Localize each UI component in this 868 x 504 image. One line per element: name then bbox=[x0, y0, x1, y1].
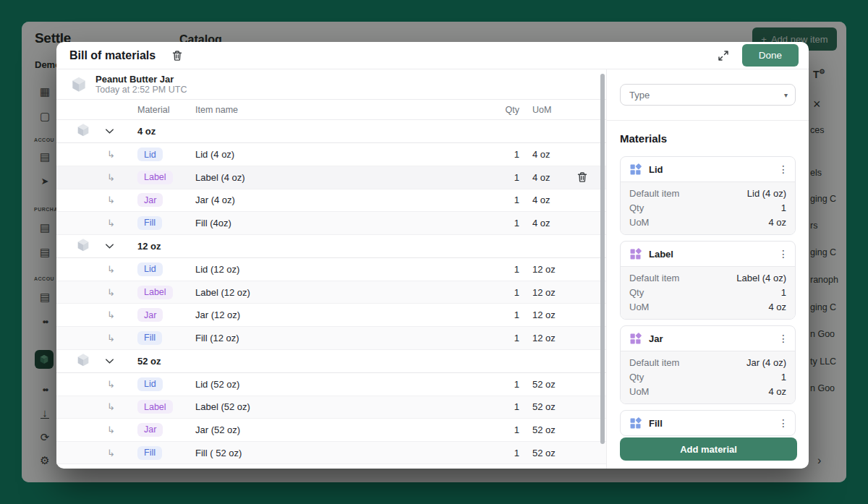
item-name-cell: Label (12 oz) bbox=[195, 287, 476, 298]
item-name-cell: Jar (12 oz) bbox=[195, 309, 476, 320]
sub-item-arrow-icon: ↳ bbox=[98, 424, 137, 435]
table-row[interactable]: ↳ Jar Jar (12 oz) 1 12 oz bbox=[56, 304, 606, 327]
type-select-label: Type bbox=[629, 90, 650, 101]
uom-cell: 4 oz bbox=[519, 172, 569, 183]
bom-table-area: Peanut Butter Jar Today at 2:52 PM UTC M… bbox=[56, 69, 606, 469]
material-badge[interactable]: Label bbox=[137, 286, 173, 299]
material-badge[interactable]: Jar bbox=[137, 423, 163, 437]
collapse-chevron-icon[interactable] bbox=[98, 241, 137, 252]
kebab-menu-icon[interactable]: ⋮ bbox=[778, 163, 788, 175]
group-name: 52 oz bbox=[137, 356, 195, 367]
material-badge[interactable]: Label bbox=[137, 171, 173, 184]
item-name-cell: Label (52 oz) bbox=[195, 401, 476, 412]
table-row[interactable]: ↳ Jar Jar (4 oz) 1 4 oz bbox=[56, 189, 606, 213]
type-select[interactable]: Type ▾ bbox=[620, 84, 796, 106]
sub-item-arrow-icon: ↳ bbox=[98, 448, 137, 458]
material-card-name: Label bbox=[649, 249, 673, 260]
material-badge[interactable]: Label bbox=[137, 400, 173, 414]
group-row[interactable]: 12 oz bbox=[56, 235, 606, 258]
expand-modal-button[interactable] bbox=[715, 47, 732, 64]
material-card-lid: Lid ⋮ Default itemLid (4 oz) Qty1 UoM4 o… bbox=[620, 156, 796, 235]
uom-cell: 12 oz bbox=[519, 309, 569, 320]
qty-cell: 1 bbox=[476, 448, 519, 458]
table-row[interactable]: ↳ Fill Fill (12 oz) 1 12 oz bbox=[56, 327, 606, 350]
add-material-button[interactable]: Add material bbox=[620, 437, 797, 461]
bom-item-name: Peanut Butter Jar bbox=[95, 74, 187, 85]
kebab-menu-icon[interactable]: ⋮ bbox=[778, 248, 788, 260]
sub-item-arrow-icon: ↳ bbox=[98, 149, 137, 160]
table-row[interactable]: ↳ Lid Lid (4 oz) 1 4 oz bbox=[56, 143, 606, 166]
sub-item-arrow-icon: ↳ bbox=[98, 287, 137, 298]
done-button[interactable]: Done bbox=[742, 44, 799, 67]
item-name-cell: Fill (4oz) bbox=[195, 218, 476, 228]
modal-header: Bill of materials Done bbox=[56, 42, 809, 69]
package-icon bbox=[75, 237, 91, 253]
material-badge[interactable]: Fill bbox=[137, 331, 162, 345]
uom-cell: 12 oz bbox=[519, 333, 569, 343]
material-badge[interactable]: Fill bbox=[137, 216, 162, 230]
delete-bom-button[interactable] bbox=[169, 47, 186, 64]
material-badge[interactable]: Fill bbox=[137, 446, 162, 460]
bom-item-timestamp: Today at 2:52 PM UTC bbox=[95, 85, 187, 95]
table-scrollbar[interactable] bbox=[600, 74, 605, 444]
material-card-name: Jar bbox=[649, 333, 663, 344]
field-value: Jar (4 oz) bbox=[746, 356, 786, 370]
material-card-fill: Fill ⋮ bbox=[620, 410, 796, 436]
material-card-label: Label ⋮ Default itemLabel (4 oz) Qty1 Uo… bbox=[620, 241, 796, 320]
material-badge[interactable]: Lid bbox=[137, 377, 163, 391]
material-badge[interactable]: Jar bbox=[137, 308, 163, 322]
field-label: UoM bbox=[629, 385, 649, 399]
qty-cell: 1 bbox=[476, 149, 519, 160]
item-name-cell: Jar (52 oz) bbox=[195, 424, 476, 435]
sub-item-arrow-icon: ↳ bbox=[98, 218, 137, 228]
item-name-cell: Lid (52 oz) bbox=[195, 379, 476, 390]
uom-cell: 12 oz bbox=[519, 264, 569, 275]
group-row[interactable]: 4 oz bbox=[56, 120, 606, 143]
field-label: Qty bbox=[629, 201, 644, 215]
table-row[interactable]: ↳ Lid Lid (12 oz) 1 12 oz bbox=[56, 258, 606, 281]
collapse-chevron-icon[interactable] bbox=[98, 356, 137, 367]
field-value: 4 oz bbox=[768, 300, 786, 315]
group-row[interactable]: 52 oz bbox=[56, 350, 606, 373]
sub-item-arrow-icon: ↳ bbox=[98, 309, 137, 320]
kebab-menu-icon[interactable]: ⋮ bbox=[778, 417, 788, 429]
sub-item-arrow-icon: ↳ bbox=[98, 172, 137, 183]
field-label: UoM bbox=[629, 300, 649, 315]
uom-cell: 4 oz bbox=[519, 218, 569, 228]
material-badge[interactable]: Lid bbox=[137, 262, 163, 276]
col-qty: Qty bbox=[476, 105, 519, 115]
field-label: UoM bbox=[629, 215, 649, 230]
kebab-menu-icon[interactable]: ⋮ bbox=[778, 333, 788, 344]
table-row[interactable]: ↳ Fill Fill (4oz) 1 4 oz bbox=[56, 212, 606, 235]
qty-cell: 1 bbox=[476, 195, 519, 205]
qty-cell: 1 bbox=[476, 379, 519, 390]
material-badge[interactable]: Jar bbox=[137, 193, 163, 207]
sub-item-arrow-icon: ↳ bbox=[98, 264, 137, 275]
table-row-hovered[interactable]: ↳ Label Label (4 oz) 1 4 oz bbox=[56, 166, 606, 189]
material-widgets-icon bbox=[629, 417, 642, 430]
field-label: Qty bbox=[629, 370, 644, 385]
uom-cell: 4 oz bbox=[519, 195, 569, 205]
table-row[interactable]: ↳ Label Label (12 oz) 1 12 oz bbox=[56, 281, 606, 304]
table-row[interactable]: ↳ Jar Jar (52 oz) 1 52 oz bbox=[56, 419, 606, 442]
table-row[interactable]: ↳ Label Label (52 oz) 1 52 oz bbox=[56, 396, 606, 419]
trash-icon bbox=[171, 50, 183, 61]
table-row[interactable]: ↳ Lid Lid (52 oz) 1 52 oz bbox=[56, 373, 606, 396]
qty-cell: 1 bbox=[476, 172, 519, 183]
group-name: 12 oz bbox=[137, 241, 195, 252]
col-material: Material bbox=[137, 105, 195, 115]
qty-cell: 1 bbox=[476, 287, 519, 298]
group-name: 4 oz bbox=[137, 126, 195, 137]
material-card-name: Fill bbox=[649, 418, 663, 429]
table-header-row: Material Item name Qty UoM bbox=[56, 100, 606, 120]
field-label: Default item bbox=[629, 356, 679, 370]
collapse-chevron-icon[interactable] bbox=[98, 126, 137, 137]
qty-cell: 1 bbox=[476, 264, 519, 275]
field-label: Qty bbox=[629, 286, 644, 300]
row-trash-icon[interactable] bbox=[576, 171, 588, 183]
table-row[interactable]: ↳ Fill Fill ( 52 oz) 1 52 oz bbox=[56, 442, 606, 465]
uom-cell: 52 oz bbox=[519, 401, 569, 412]
sub-item-arrow-icon: ↳ bbox=[98, 333, 137, 343]
material-badge[interactable]: Lid bbox=[137, 148, 163, 161]
materials-heading: Materials bbox=[620, 132, 796, 145]
